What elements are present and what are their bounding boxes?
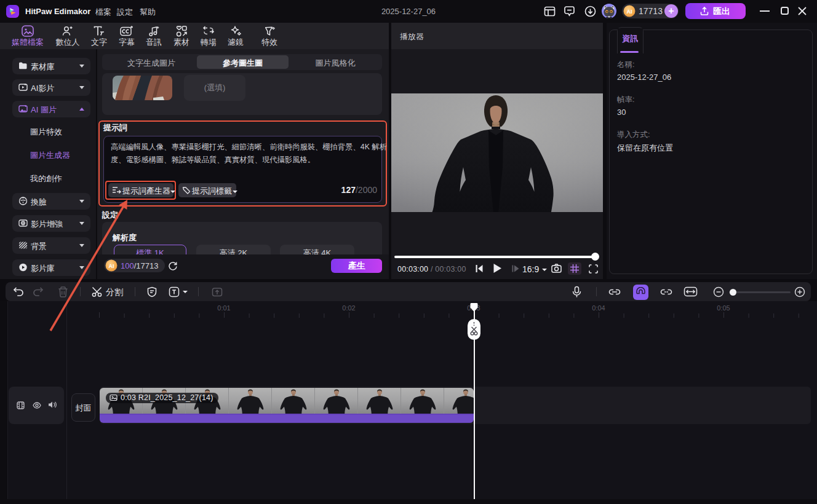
svg-text:AI: AI <box>627 9 632 15</box>
svg-text:AI: AI <box>109 263 114 269</box>
